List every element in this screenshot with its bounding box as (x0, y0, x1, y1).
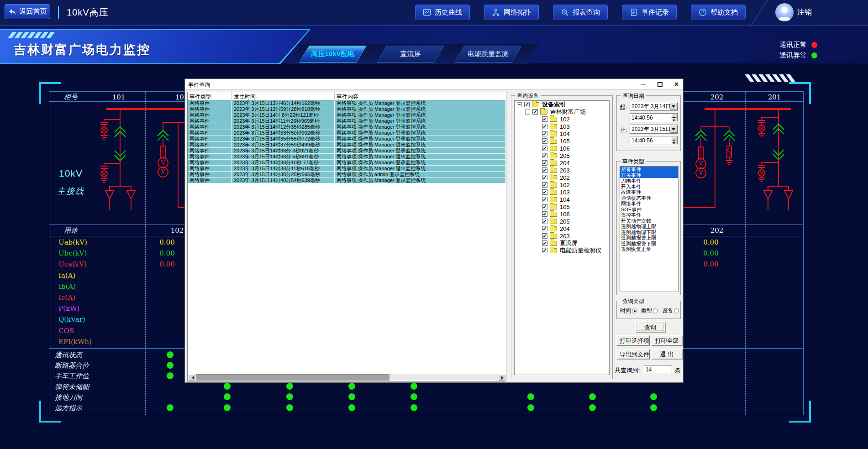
event-type-option[interactable]: 开关动作次数 (620, 218, 678, 224)
event-row[interactable]: 网络事件2023年 3月15日13时46分14秒162毫秒网络事项 操作员 Ma… (188, 100, 506, 106)
tree-item[interactable]: ✓104 (515, 130, 609, 137)
event-type-option[interactable]: 故障事件 (620, 189, 678, 195)
checkbox-checked[interactable]: ✓ (542, 146, 547, 151)
expand-toggle-icon[interactable] (517, 102, 522, 107)
checkbox-checked[interactable]: ✓ (542, 197, 547, 202)
event-type-option[interactable]: 遥测越物理上限 (620, 224, 678, 230)
tab-hv-10kv[interactable]: 高压10kV配电 (299, 46, 367, 63)
radio-selected-icon[interactable] (632, 308, 637, 313)
event-type-option[interactable]: 遥测恢复正常 (620, 246, 678, 252)
print-all-button[interactable]: 打印全部 (652, 335, 682, 345)
col-event-time[interactable]: 发生时间 (232, 92, 335, 100)
checkbox-checked[interactable]: ✓ (542, 116, 547, 122)
exit-button[interactable]: 退 出 (652, 349, 682, 359)
report-query-button[interactable]: 报表查询 (553, 5, 608, 20)
tree-item[interactable]: ✓204 (515, 225, 609, 232)
to-time-spinner[interactable]: 14:40:56 (630, 136, 678, 145)
tree-item[interactable]: ✓203 (515, 232, 609, 240)
event-row[interactable]: 网络事件2023年 3月15日14时38分 3秒921毫秒网络事项 操作员 Ma… (188, 148, 506, 154)
query-type-radio[interactable]: 类型 (641, 307, 658, 315)
scrollbar-thumb[interactable] (196, 374, 389, 381)
event-type-option[interactable]: 开入事件 (620, 184, 678, 190)
event-row[interactable]: 网络事件2023年 3月15日14时38分25秒565毫秒网络事项 操作员 ad… (188, 172, 506, 178)
from-time-spinner[interactable]: 14:40:56 (630, 113, 678, 122)
to-date-select[interactable]: 2023年 3月15日 (630, 125, 678, 134)
horizontal-scrollbar[interactable] (188, 374, 505, 381)
scroll-right-button[interactable] (499, 374, 505, 381)
radio-icon[interactable] (653, 308, 658, 313)
event-row[interactable]: 网络事件2023年 3月15日14时37分59秒499毫秒网络事项 操作员 Ma… (188, 142, 506, 148)
tree-item[interactable]: ✓电能质量检测仪 (515, 247, 609, 254)
checkbox-checked[interactable]: ✓ (542, 204, 547, 209)
checkbox-checked[interactable]: ✓ (524, 102, 530, 107)
event-type-option[interactable]: 遥控事件 (620, 212, 678, 218)
maximize-button[interactable] (658, 82, 663, 87)
event-type-option[interactable]: 开关事件 (620, 172, 678, 178)
checkbox-checked[interactable]: ✓ (542, 248, 547, 253)
tree-item[interactable]: ✓204 (515, 159, 609, 167)
tree-item[interactable]: ✓吉林财富广场 (515, 108, 609, 115)
checkbox-checked[interactable]: ✓ (542, 226, 547, 231)
event-row[interactable]: 网络事件2023年 3月15日14时33分50秒902毫秒网络事项 操作员 Ma… (188, 130, 506, 136)
tree-item[interactable]: ✓105 (515, 203, 609, 210)
event-log-button[interactable]: 事件记录 (622, 5, 677, 20)
tree-item[interactable]: ✓106 (515, 210, 609, 218)
event-type-option[interactable]: 遥测越报警上限 (620, 235, 678, 241)
tree-item[interactable]: ✓105 (515, 137, 609, 145)
dialog-titlebar[interactable]: 事件查询 × (185, 79, 683, 90)
logout-button[interactable]: 注销 (797, 8, 812, 17)
query-type-radio[interactable]: 设备 (662, 307, 679, 315)
tree-item[interactable]: ✓直流屏 (515, 240, 609, 247)
event-type-option[interactable]: 网络事件 (620, 201, 678, 207)
event-row[interactable]: 网络事件2023年 3月15日14时38分 5秒691毫秒网络事项 操作员 Ma… (188, 154, 506, 160)
scroll-left-button[interactable] (188, 374, 195, 381)
checkbox-checked[interactable]: ✓ (542, 182, 547, 188)
checkbox-checked[interactable]: ✓ (542, 124, 547, 129)
tree-item[interactable]: ✓104 (515, 196, 609, 203)
event-row[interactable]: 网络事件2023年 3月15日14时35分55秒772毫秒网络事项 操作员 Ma… (188, 136, 506, 142)
result-count-field[interactable]: 14 (644, 365, 672, 373)
checkbox-checked[interactable]: ✓ (542, 131, 547, 136)
tree-item[interactable]: ✓103 (515, 188, 609, 196)
event-type-option[interactable]: SOE事件 (620, 207, 678, 213)
checkbox-checked[interactable]: ✓ (542, 233, 547, 239)
event-type-option[interactable]: 遥测越物理下限 (620, 230, 678, 235)
checkbox-checked[interactable]: ✓ (542, 175, 547, 180)
chevron-down-icon[interactable] (670, 102, 678, 110)
checkbox-checked[interactable]: ✓ (532, 109, 538, 115)
query-type-radio[interactable]: 时间 (620, 307, 637, 315)
event-row[interactable]: 网络事件2023年 3月15日13时59分28秒918毫秒网络事项 操作员 Ma… (188, 106, 506, 112)
checkbox-checked[interactable]: ✓ (542, 167, 547, 173)
minimize-button[interactable] (641, 84, 646, 85)
event-row[interactable]: 网络事件2023年 3月15日14时38分10秒 77毫秒网络事项 操作员 Ma… (188, 160, 506, 166)
history-curve-button[interactable]: 历史曲线 (415, 5, 470, 20)
from-date-select[interactable]: 2023年 3月14日 (630, 102, 678, 111)
event-type-option[interactable]: 通信状态事件 (620, 195, 678, 201)
event-row[interactable]: 网络事件2023年 3月15日14时 8分22秒121毫秒网络事项 操作员 Ma… (188, 112, 506, 118)
query-button[interactable]: 查询 (635, 321, 665, 332)
tree-item[interactable]: ✓106 (515, 145, 609, 152)
checkbox-checked[interactable]: ✓ (542, 153, 547, 158)
print-selected-button[interactable]: 打印选择项 (616, 335, 650, 345)
chevron-down-icon[interactable] (670, 125, 678, 133)
event-row[interactable]: 网络事件2023年 3月15日14时12分35秒285毫秒网络事项 操作员 Ma… (188, 124, 506, 130)
user-avatar[interactable] (775, 3, 794, 21)
event-row[interactable]: 网络事件2023年 3月15日14时38分11秒618毫秒网络事项 操作员 Ma… (188, 166, 506, 172)
tab-dc-panel[interactable]: 直流屏 (377, 46, 444, 63)
checkbox-checked[interactable]: ✓ (542, 211, 547, 217)
tree-item[interactable]: ✓102 (515, 181, 609, 188)
export-file-button[interactable]: 导出到文件 (616, 349, 650, 359)
checkbox-checked[interactable]: ✓ (542, 189, 547, 195)
tree-item[interactable]: ✓205 (515, 218, 609, 225)
col-event-type[interactable]: 事件类型 (188, 92, 232, 100)
help-doc-button[interactable]: ? 帮助文档 (691, 5, 746, 20)
event-row[interactable]: 网络事件2023年 3月15日14时11分26秒969毫秒网络事项 操作员 Ma… (188, 118, 506, 124)
network-topology-button[interactable]: 网络拓扑 (484, 5, 539, 20)
back-home-button[interactable]: 返回首页 (5, 4, 50, 19)
tree-item[interactable]: ✓203 (515, 167, 609, 174)
tree-item[interactable]: ✓205 (515, 152, 609, 159)
tree-item[interactable]: ✓103 (515, 123, 609, 130)
tab-power-quality[interactable]: 电能质量监测 (454, 46, 522, 63)
col-event-content[interactable]: 事件内容 (335, 92, 506, 100)
spinner-buttons[interactable] (671, 114, 678, 121)
